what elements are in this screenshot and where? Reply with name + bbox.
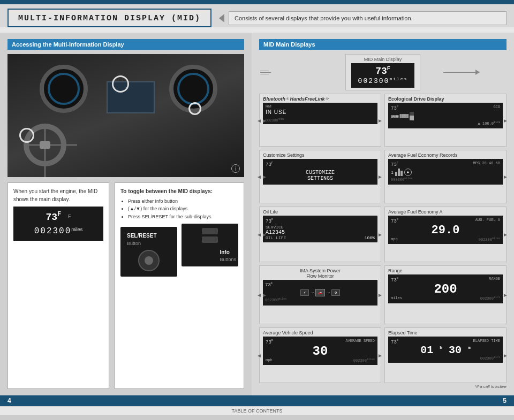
info-label: Info <box>220 248 236 256</box>
right-section-header: MID Main Displays <box>259 39 507 50</box>
power-flow-title: IMA System PowerFlow Monitor <box>263 268 377 279</box>
mid-temp: 73F <box>46 212 67 223</box>
main-temp-unit: F <box>387 66 390 72</box>
footnote: *if a call is active <box>259 384 507 389</box>
ecological-screen: 73F GCO ⊞⊞⊞ ▓▓▓▓ ▲ 100.0mi/s <box>388 103 503 128</box>
ecological-card: Ecological Drive Display 73F GCO ⊞⊞⊞ ▓▓▓… <box>384 94 507 147</box>
avg-fuel-records-card: Average Fuel Economy Records 73F MPG 20 … <box>384 150 507 203</box>
callout-dashboard <box>188 102 201 115</box>
page-right: 5 <box>503 397 507 404</box>
power-flow-card: IMA System PowerFlow Monitor 73F ⚡ → 🚗 →… <box>259 265 381 324</box>
avg-fuel-records-title: Average Fuel Economy Records <box>388 152 503 158</box>
toggle-desc: To toggle between the MID displays: Pres… <box>115 182 244 389</box>
toggle-bullet-1: Press either Info button <box>128 197 238 205</box>
car-image: i <box>7 54 244 177</box>
callout-info-button <box>19 128 34 143</box>
elapsed-time-screen: 73F ELAPSED TIME 01 h 30 m 002300mi/s <box>388 337 503 363</box>
page-numbers: 4 5 <box>0 395 514 406</box>
avg-fuel-a-card: Average Fuel Economy A 73F AUG. FUEL A 2… <box>384 207 507 263</box>
table-of-contents[interactable]: TABLE OF CONTENTS <box>0 406 514 416</box>
ecological-title: Ecological Drive Display <box>388 96 503 102</box>
left-section-header: Accessing the Multi-Information Display <box>7 39 244 50</box>
elapsed-time-card: Elapsed Time 73F ELAPSED TIME 01 h 30 m … <box>384 327 507 384</box>
mid-display-demo: 73F F 002300miles <box>13 207 103 241</box>
main-display-title: MID Main Display <box>351 57 414 62</box>
range-screen: 73F RANGE 200 miles 002300mi/s <box>388 274 503 303</box>
power-flow-screen: 73F ⚡ → 🚗 → ⚙ 002300miles <box>263 280 377 306</box>
speedo-left <box>40 65 88 113</box>
avg-speed-title: Average Vehicle Speed <box>263 330 377 335</box>
toggle-bullet-3: Press SEL/RESET for the sub-displays. <box>128 213 238 220</box>
elapsed-time-title: Elapsed Time <box>388 330 503 335</box>
toggle-title: To toggle between the MID displays: <box>120 187 238 195</box>
main-title-box: MULTI-INFORMATION DISPLAY (MID) <box>7 9 211 27</box>
avg-fuel-records-screen: 73F MPG 20 40 60 1 ✱ 000300miles <box>388 159 503 185</box>
info-sub: Buttons <box>220 256 236 264</box>
main-mid-card: MID Main Display 73F 002300miles <box>345 54 420 90</box>
avg-speed-screen: 73F AVERAGE SPEED 30 mph 002300miles <box>263 337 377 365</box>
bottom-strip <box>0 416 514 420</box>
bt-screen: RM IN USE 002300miles <box>263 103 377 124</box>
mid-displays-grid: Bluetooth ® HandsFreeLink ®* RM IN USE 0… <box>259 94 507 383</box>
oil-life-card: Oil Life 73F SERVICE A12345 OIL LIFE 100… <box>259 207 381 263</box>
customize-screen: 73F CUSTOMIZE SETTINGS <box>263 159 377 185</box>
top-bar <box>0 0 514 4</box>
callout-sel-reset <box>112 75 129 93</box>
start-engine-text: When you start the engine, the MID shows… <box>13 187 103 203</box>
image-info-icon: i <box>231 164 240 173</box>
range-card: Range 73F RANGE 200 miles 002300mi/s ► <box>384 265 507 324</box>
start-engine-desc: When you start the engine, the MID shows… <box>7 182 109 389</box>
avg-fuel-a-screen: 73F AUG. FUEL A 29.0 mpg 002300miles <box>388 216 503 245</box>
main-temp: 73 <box>375 66 387 77</box>
avg-fuel-a-title: Average Fuel Economy A <box>388 209 503 215</box>
customize-title: Customize Settings <box>263 152 377 158</box>
sel-reset-label: SEL/RESET <box>125 230 173 240</box>
title-description: Consists of several displays that provid… <box>229 11 507 25</box>
oil-life-title: Oil Life <box>263 209 377 215</box>
main-title: MULTI-INFORMATION DISPLAY (MID) <box>18 14 201 23</box>
sel-reset-sub: Button <box>125 240 173 248</box>
mid-miles: 002300 <box>34 226 72 236</box>
right-panel: MID Main Displays MID Main Display 73F 0… <box>252 33 514 395</box>
customize-card: Customize Settings 73F CUSTOMIZE SETTING… <box>259 150 381 203</box>
range-title: Range <box>388 268 503 273</box>
oil-life-screen: 73F SERVICE A12345 OIL LIFE 100% <box>263 216 377 242</box>
info-buttons-box: Info Buttons <box>182 224 238 266</box>
bluetooth-card: Bluetooth ® HandsFreeLink ®* RM IN USE 0… <box>259 94 381 147</box>
avg-speed-card: Average Vehicle Speed 73F AVERAGE SPEED … <box>259 327 381 384</box>
main-miles: 002300 <box>358 77 390 85</box>
sel-reset-box: SEL/RESET Button <box>120 227 177 277</box>
bottom-descriptions: When you start the engine, the MID shows… <box>7 182 244 389</box>
left-panel: Accessing the Multi-Information Display <box>0 33 252 395</box>
page-left: 4 <box>7 397 11 404</box>
toggle-bullet-2: (▲/▼) for the main displays. <box>128 205 238 212</box>
